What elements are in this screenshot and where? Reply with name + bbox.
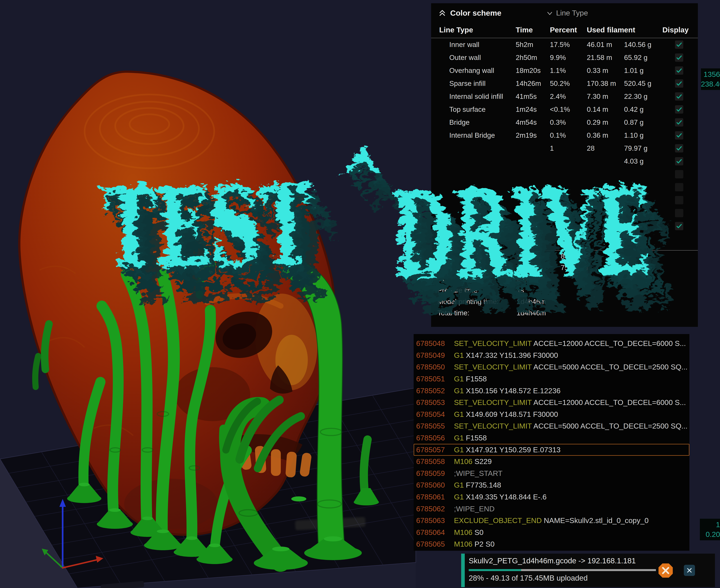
- gcode-line[interactable]: 6785051G1 F1558: [414, 373, 690, 385]
- display-checkbox[interactable]: [675, 105, 683, 113]
- legend-column-headers: Line TypeTimePercentUsed filamentDisplay: [431, 26, 698, 34]
- line-type-label: Inner wall: [449, 41, 516, 48]
- legend-row: Sparse infill14h26m50.2%170.38 m520.45 g: [431, 77, 698, 90]
- total-value: 246.38 m: [516, 264, 561, 272]
- legend-row: [431, 207, 698, 219]
- view-mode-dropdown[interactable]: Line Type: [546, 9, 588, 17]
- display-checkbox[interactable]: [675, 144, 683, 152]
- gcode-args: ACCEL=12000 ACCEL_TO_DECEL=6000 S...: [532, 339, 686, 348]
- collapse-icon[interactable]: [438, 9, 446, 18]
- gcode-line[interactable]: 6785065M106 P2 S0: [414, 538, 690, 550]
- gcode-line[interactable]: 6785063EXCLUDE_OBJECT_END NAME=Skullv2.s…: [414, 515, 690, 527]
- gcode-line[interactable]: 6785049G1 X147.332 Y151.396 F30000: [414, 350, 690, 361]
- gcode-args: ACCEL=5000 ACCEL_TO_DECEL=2500 SQ...: [532, 422, 687, 430]
- column-header: Time: [516, 26, 550, 34]
- line-type-used-length: 0.33 m: [587, 67, 624, 75]
- gcode-line[interactable]: 6785056G1 F1558: [414, 432, 690, 444]
- gcode-line-number: 6785054: [416, 410, 451, 419]
- cancel-upload-button[interactable]: [658, 563, 674, 579]
- gcode-args: S229: [472, 457, 492, 466]
- line-type-label: Overhang wall: [449, 67, 516, 75]
- line-type-percent: 0.1%: [550, 131, 587, 139]
- gcode-line[interactable]: 6785061G1 X149.335 Y148.844 E-.6: [414, 491, 690, 503]
- display-checkbox[interactable]: [675, 92, 683, 101]
- upload-toast: Skullv2_PETG_1d4h46m.gcode -> 192.168.1.…: [461, 554, 715, 587]
- display-checkbox[interactable]: [675, 66, 683, 75]
- line-type-label: Internal solid infill: [449, 92, 516, 101]
- gcode-lines: 6785048SET_VELOCITY_LIMIT ACCEL=12000 AC…: [414, 338, 690, 550]
- line-type-percent: 17.5%: [550, 41, 587, 48]
- legend-row: [431, 168, 698, 181]
- legend-row: Outer wall2h50m9.9%21.58 m65.92 g: [431, 51, 698, 64]
- gcode-line-number: 6785059: [416, 469, 451, 478]
- line-type-label: Internal Bridge: [449, 131, 516, 139]
- upload-progress-bar: [469, 569, 656, 571]
- totals-list: Total Filament:274.54 m836.63 gModel Fil…: [431, 251, 698, 319]
- line-type-time: 1m24s: [516, 105, 550, 113]
- display-checkbox[interactable]: [675, 131, 683, 140]
- gcode-line[interactable]: 6785057G1 X147.921 Y150.259 E.07313: [414, 444, 690, 456]
- total-row: Prepare time:1s: [431, 285, 698, 296]
- display-checkbox[interactable]: [675, 41, 683, 49]
- display-checkbox[interactable]: [675, 79, 683, 88]
- gcode-args: F1558: [464, 375, 487, 383]
- line-type-percent: 1: [550, 144, 587, 152]
- line-type-used-weight: 1.10 g: [624, 131, 662, 139]
- gcode-command: G1: [454, 446, 464, 454]
- column-header: Used filament: [587, 26, 662, 34]
- gcode-line-number: 6785052: [416, 386, 451, 395]
- display-checkbox[interactable]: [675, 54, 683, 62]
- total-label: Total time:: [438, 309, 516, 317]
- legend-row: [431, 194, 698, 207]
- legend-row: Internal Bridge2m19s0.1%0.36 m1.10 g: [431, 129, 698, 142]
- line-type-label: Outer wall: [449, 54, 516, 62]
- layer-slider-top-value: 1356 238.40: [701, 68, 720, 90]
- line-type-percent: 0.3%: [550, 119, 587, 126]
- display-checkbox[interactable]: [675, 196, 683, 204]
- total-row: Model printing time:1d4h46m: [431, 296, 698, 307]
- gcode-command: SET_VELOCITY_LIMIT: [454, 398, 532, 406]
- gcode-line[interactable]: 6785048SET_VELOCITY_LIMIT ACCEL=12000 AC…: [414, 338, 690, 350]
- gcode-command: G1: [454, 493, 464, 501]
- gcode-line[interactable]: 6785059;WIPE_START: [414, 468, 690, 480]
- legend-row: Overhang wall18m20s1.1%0.33 m1.01 g: [431, 64, 698, 77]
- line-type-percent: 1.1%: [550, 67, 587, 75]
- gcode-line[interactable]: 6785052G1 X150.156 Y148.572 E.12236: [414, 385, 690, 397]
- display-checkbox[interactable]: [675, 183, 683, 191]
- upload-progress-fill: [469, 569, 521, 571]
- gcode-command: M106: [454, 457, 472, 466]
- display-checkbox[interactable]: [675, 209, 683, 217]
- display-checkbox[interactable]: [675, 170, 683, 178]
- gcode-line[interactable]: 6785055SET_VELOCITY_LIMIT ACCEL=5000 ACC…: [414, 420, 690, 432]
- gcode-args: ACCEL=5000 ACCEL_TO_DECEL=2500 SQ...: [532, 363, 687, 371]
- total-value-secondary: 836.63 g: [561, 252, 698, 260]
- gcode-line[interactable]: 6785053SET_VELOCITY_LIMIT ACCEL=12000 AC…: [414, 397, 690, 408]
- gcode-line[interactable]: 6785054G1 X149.609 Y148.571 F30000: [414, 408, 690, 420]
- close-toast-button[interactable]: ✕: [684, 565, 695, 576]
- total-value: 1s: [516, 286, 561, 294]
- gcode-line[interactable]: 6785058M106 S229: [414, 456, 690, 468]
- display-checkbox[interactable]: [675, 118, 683, 127]
- legend-row: [431, 181, 698, 194]
- gcode-line[interactable]: 6785050SET_VELOCITY_LIMIT ACCEL=5000 ACC…: [414, 361, 690, 373]
- gcode-line-number: 6785056: [416, 434, 451, 442]
- line-type-used-length: 28: [587, 144, 624, 152]
- line-type-label: Top surface: [449, 105, 516, 113]
- line-type-used-weight: 79.97 g: [624, 144, 662, 152]
- total-label: Model Filament:: [438, 264, 516, 272]
- gcode-line-number: 6785048: [416, 339, 451, 348]
- display-checkbox[interactable]: [675, 222, 683, 230]
- total-value: 1d4h46m: [516, 298, 561, 306]
- gcode-line[interactable]: 6785062;WIPE_END: [414, 503, 690, 515]
- gcode-line[interactable]: 6785060G1 F7735.148: [414, 479, 690, 491]
- gcode-line[interactable]: 6785064M106 S0: [414, 527, 690, 539]
- legend-panel: Color scheme Line Type Line TypeTimePerc…: [431, 3, 698, 327]
- display-checkbox[interactable]: [675, 157, 683, 165]
- line-type-time: 2m19s: [516, 131, 550, 139]
- line-type-label: Sparse infill: [449, 80, 516, 87]
- close-icon: ✕: [686, 566, 693, 575]
- legend-rows: Inner wall5h2m17.5%46.01 m140.56 gOuter …: [431, 38, 698, 233]
- gcode-line-number: 6785051: [416, 375, 451, 383]
- octagon-x-icon: [658, 563, 674, 579]
- gcode-command: SET_VELOCITY_LIMIT: [454, 363, 532, 371]
